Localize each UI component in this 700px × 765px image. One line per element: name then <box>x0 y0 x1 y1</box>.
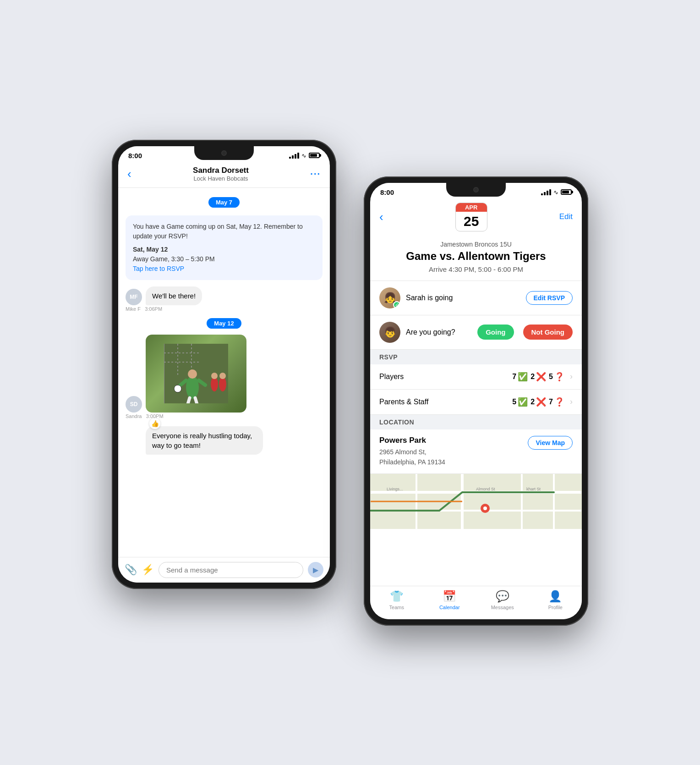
players-check-icon: ✅ <box>518 372 528 382</box>
svg-point-17 <box>219 373 226 379</box>
bar4 <box>297 153 299 159</box>
bar1 <box>289 157 291 159</box>
status-bar-left: 8:00 ∿ <box>118 146 330 162</box>
parents-stats: 5 ✅ 2 ❌ 7 ❓ › <box>512 397 573 407</box>
message-header: ‹ Sandra Dorsett Lock Haven Bobcats ··· <box>118 162 330 188</box>
system-game-info: Away Game, 3:30 – 5:30 PM <box>133 254 315 264</box>
msg-incoming-reaction: 👍 Everyone is really hustling today, way… <box>126 424 323 455</box>
scene: 8:00 ∿ ‹ Sandr <box>112 140 588 626</box>
players-not-going: 2 ❌ <box>530 372 546 382</box>
parents-row[interactable]: Parents & Staff 5 ✅ 2 ❌ 7 ❓ <box>370 390 582 415</box>
bar2 <box>292 155 294 159</box>
location-detail: Powers Park 2965 Almond St,Philadelphia,… <box>370 429 582 474</box>
notch-right <box>446 183 506 197</box>
map-svg: Livings... Almond St khart St <box>370 474 582 529</box>
parents-q-icon: ❓ <box>554 397 564 407</box>
parents-check-icon: ✅ <box>518 397 528 407</box>
msg-incoming-photo: SD <box>126 335 323 413</box>
tab-teams[interactable]: 👕 Teams <box>370 590 423 610</box>
svg-point-7 <box>186 376 199 399</box>
event-body: Jamestown Broncos 15U Game vs. Allentown… <box>370 237 582 586</box>
parents-not-going: 2 ❌ <box>530 397 546 407</box>
players-maybe-count: 5 <box>549 373 553 381</box>
bubble-reaction: Everyone is really hustling today, way t… <box>146 426 263 455</box>
battery-fill-left <box>310 154 317 157</box>
camera-right <box>473 187 479 193</box>
edit-rsvp-button[interactable]: Edit RSVP <box>526 291 573 305</box>
svg-text:Almond St: Almond St <box>476 487 495 491</box>
more-button[interactable]: ··· <box>310 169 321 179</box>
tab-profile[interactable]: 👤 Profile <box>529 590 582 610</box>
location-header-text: Location <box>379 418 414 426</box>
tab-calendar[interactable]: 📅 Calendar <box>423 590 476 610</box>
date-day: 25 <box>456 212 487 231</box>
parents-going-count: 5 <box>512 398 516 406</box>
parents-x-icon: ❌ <box>536 397 546 407</box>
location-address: 2965 Almond St,Philadelphia, PA 19134 <box>379 447 445 468</box>
attachment-button[interactable]: 📎 <box>125 564 137 576</box>
map-preview[interactable]: Livings... Almond St khart St <box>370 474 582 529</box>
event-edit-button[interactable]: Edit <box>559 212 573 221</box>
sender-photo: Sandra <box>126 413 142 419</box>
message-row-mikef: MF We'll be there! Mike F 3:06PM <box>126 286 323 312</box>
svg-point-11 <box>174 385 181 392</box>
sarah-rsvp-row: 👧 ✓ Sarah is going Edit RSVP <box>379 287 573 308</box>
svg-point-30 <box>483 506 487 510</box>
message-input-bar: 📎 ⚡ ▶ <box>118 557 330 583</box>
quick-action-button[interactable]: ⚡ <box>142 564 154 576</box>
back-button[interactable]: ‹ <box>127 167 131 181</box>
wifi-right: ∿ <box>553 189 558 196</box>
system-message: You have a Game coming up on Sat, May 12… <box>126 215 323 280</box>
message-row-reaction: 👍 Everyone is really hustling today, way… <box>126 424 323 455</box>
battery-right <box>561 189 572 195</box>
players-row[interactable]: Players 7 ✅ 2 ❌ 5 ❓ <box>370 364 582 390</box>
going-button[interactable]: Going <box>477 325 514 340</box>
camera-left <box>221 150 227 156</box>
svg-text:khart St: khart St <box>526 487 541 491</box>
teams-icon: 👕 <box>390 590 404 603</box>
event-back-button[interactable]: ‹ <box>379 210 383 224</box>
bubble-mikef-text: We'll be there! <box>152 292 196 300</box>
date-badge-may12-text: May 12 <box>207 318 241 329</box>
wifi-left: ∿ <box>301 152 306 159</box>
date-card: APR 25 <box>455 203 487 231</box>
messages-tab-icon: 💬 <box>496 590 509 603</box>
reaction-icon: 👍 <box>149 418 160 429</box>
view-map-button[interactable]: View Map <box>528 436 573 450</box>
rbar1 <box>541 193 543 195</box>
signal-right <box>541 189 551 195</box>
going-question: Are you going? <box>406 328 472 336</box>
not-going-button[interactable]: Not Going <box>523 325 573 340</box>
players-chevron: › <box>570 372 573 381</box>
time-left: 8:00 <box>128 152 142 160</box>
players-stats: 7 ✅ 2 ❌ 5 ❓ › <box>512 372 573 382</box>
status-bar-right: 8:00 ∿ <box>370 183 582 199</box>
svg-text:Livings...: Livings... <box>387 487 403 491</box>
rsvp-link[interactable]: Tap here to RSVP <box>133 264 315 274</box>
rbar3 <box>547 191 548 195</box>
soccer-photo-svg <box>164 344 228 403</box>
contact-name: Sandra Dorsett <box>131 166 311 175</box>
contact-team: Lock Haven Bobcats <box>131 175 311 182</box>
notch-left <box>194 146 254 160</box>
players-going-count: 7 <box>512 373 516 381</box>
message-input[interactable] <box>159 562 303 578</box>
reaction-bubble: 👍 Everyone is really hustling today, way… <box>146 424 309 455</box>
parents-label: Parents & Staff <box>379 398 512 406</box>
tab-messages[interactable]: 💬 Messages <box>476 590 529 610</box>
rbar2 <box>544 192 546 195</box>
bubble-mikef: We'll be there! <box>146 286 202 305</box>
location-row: Powers Park 2965 Almond St,Philadelphia,… <box>379 436 573 468</box>
players-maybe: 5 ❓ <box>549 372 564 382</box>
teams-label: Teams <box>389 605 404 610</box>
are-you-going-row: 👦 Are you going? Going Not Going <box>379 322 573 343</box>
contact-info: Sandra Dorsett Lock Haven Bobcats <box>131 166 311 182</box>
time-right: 8:00 <box>380 188 394 196</box>
location-section-header: Location <box>370 415 582 429</box>
calendar-icon: 📅 <box>443 590 456 603</box>
battery-left <box>309 153 320 158</box>
photo-placeholder <box>146 335 246 413</box>
right-phone: 8:00 ∿ ‹ APR <box>364 176 588 626</box>
send-button[interactable]: ▶ <box>308 562 323 578</box>
calendar-label: Calendar <box>439 605 460 610</box>
